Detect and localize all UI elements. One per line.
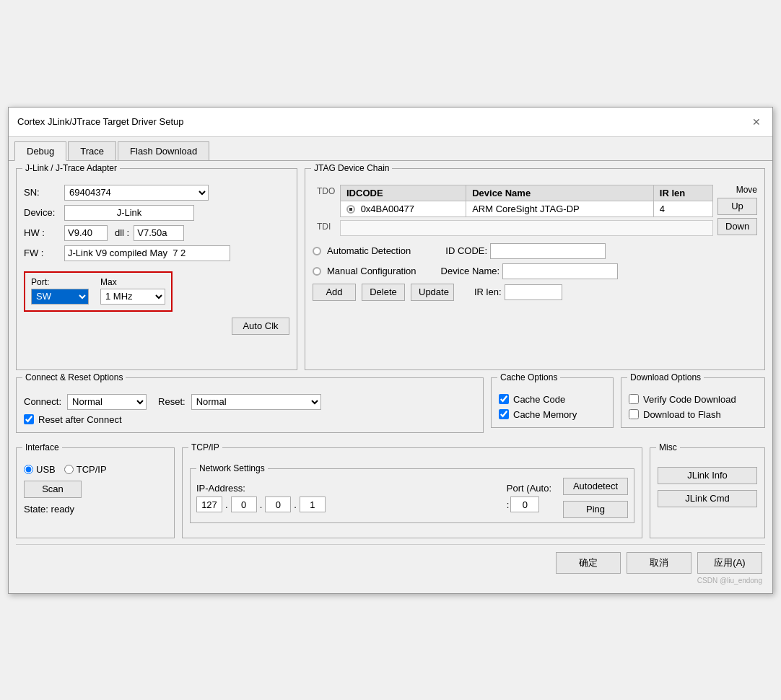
download-to-flash-checkbox[interactable] <box>629 409 639 419</box>
tab-trace[interactable]: Trace <box>68 141 116 160</box>
delete-button[interactable]: Delete <box>362 284 405 301</box>
ir-len-input[interactable] <box>505 284 562 300</box>
cache-options-inner: Cache Code Cache Memory <box>499 388 606 420</box>
update-button[interactable]: Update <box>411 284 454 301</box>
id-code-input[interactable] <box>490 243 606 259</box>
row-radio <box>346 205 355 214</box>
cache-memory-checkbox[interactable] <box>499 409 509 419</box>
jlink-adapter-panel: J-Link / J-Trace Adapter SN: 69404374 De… <box>16 168 297 377</box>
cancel-button[interactable]: 取消 <box>627 552 691 574</box>
titlebar: Cortex JLink/JTrace Target Driver Setup … <box>9 108 772 137</box>
reset-select[interactable]: Normal Hardware Software <box>191 394 321 410</box>
id-code-field: ID CODE: <box>445 243 606 259</box>
misc-label: Misc <box>656 442 680 452</box>
down-button[interactable]: Down <box>717 218 757 235</box>
jlink-adapter-inner: SN: 69404374 Device: HW : dll <box>24 179 289 335</box>
ping-button[interactable]: Ping <box>563 501 628 518</box>
ok-button[interactable]: 确定 <box>556 552 621 574</box>
dll-input[interactable] <box>134 225 184 241</box>
tab-debug[interactable]: Debug <box>14 141 66 161</box>
reset-after-connect-checkbox[interactable] <box>24 414 34 424</box>
jtag-group: JTAG Device Chain TDO IDCODE <box>305 168 765 370</box>
fw-row: FW : <box>24 245 289 261</box>
network-settings-box: Network Settings IP-Address: . <box>190 468 634 523</box>
move-label: Move <box>736 185 757 195</box>
cell-ir-len: 4 <box>653 201 712 216</box>
state-text: State: ready <box>24 504 167 515</box>
jlink-info-button[interactable]: JLink Info <box>658 467 757 484</box>
up-button[interactable]: Up <box>717 198 757 215</box>
port-max-container: Port: SW JTAG Max 1 MHz <box>24 268 289 335</box>
tab-flash-download[interactable]: Flash Download <box>118 141 209 160</box>
jlink-cmd-button[interactable]: JLink Cmd <box>658 490 757 507</box>
scan-button[interactable]: Scan <box>24 481 82 498</box>
tcpip-radio[interactable] <box>64 465 74 474</box>
auto-detect-label: Automatic Detection <box>327 245 411 256</box>
interface-radio-group: USB TCP/IP <box>24 464 167 475</box>
download-options-panel: Download Options Verify Code Download Do… <box>621 377 765 440</box>
port-select[interactable]: SW JTAG <box>31 289 89 305</box>
device-name-input[interactable] <box>502 263 618 279</box>
hw-label: HW : <box>24 227 60 238</box>
apply-button[interactable]: 应用(A) <box>697 552 762 574</box>
device-name-label: Device Name: <box>441 266 500 276</box>
port-input-row: : <box>507 496 551 512</box>
port-auto-label: Port (Auto: <box>507 483 551 494</box>
table-row[interactable]: 0x4BA00477 ARM CoreSight JTAG-DP 4 <box>341 201 713 216</box>
usb-radio[interactable] <box>24 465 33 474</box>
tcpip-group: TCP/IP Network Settings IP-Address: <box>182 447 642 538</box>
usb-radio-label[interactable]: USB <box>24 464 56 475</box>
manual-config-label: Manual Configuration <box>327 266 416 276</box>
ir-len-field: IR len: <box>474 284 562 300</box>
jtag-inner: TDO IDCODE Device Name IR len <box>313 179 757 301</box>
cache-memory-label[interactable]: Cache Memory <box>513 409 577 420</box>
jtag-panel: JTAG Device Chain TDO IDCODE <box>305 168 765 377</box>
close-button[interactable]: ✕ <box>749 113 764 131</box>
hw-row: HW : dll : <box>24 225 289 241</box>
window-title: Cortex JLink/JTrace Target Driver Setup <box>17 116 183 127</box>
ip-seg-4[interactable] <box>300 496 326 512</box>
download-options-group: Download Options Verify Code Download Do… <box>621 377 765 428</box>
sn-select[interactable]: 69404374 <box>64 185 209 201</box>
verify-code-row: Verify Code Download <box>629 394 757 405</box>
jtag-table: IDCODE Device Name IR len <box>340 185 713 217</box>
fw-label: FW : <box>24 248 60 258</box>
ip-seg-3[interactable] <box>265 496 291 512</box>
cache-code-row: Cache Code <box>499 394 606 405</box>
tdi-label: TDI <box>313 220 336 236</box>
tcpip-radio-label[interactable]: TCP/IP <box>64 464 107 475</box>
usb-label: USB <box>36 464 56 475</box>
fw-input[interactable] <box>64 245 230 261</box>
port-colon: : <box>507 499 510 510</box>
verify-code-checkbox[interactable] <box>629 394 639 404</box>
port-label: Port: <box>31 277 89 287</box>
auto-detection-radio[interactable]: Automatic Detection <box>313 245 411 256</box>
misc-inner: JLink Info JLink Cmd <box>658 461 757 507</box>
network-content: IP-Address: . . . <box>196 473 628 518</box>
reset-after-connect-label[interactable]: Reset after Connect <box>38 414 122 425</box>
cache-code-label[interactable]: Cache Code <box>513 394 565 405</box>
jlink-adapter-group: J-Link / J-Trace Adapter SN: 69404374 De… <box>16 168 297 370</box>
connect-select[interactable]: Normal Connect under Reset Reset after C… <box>67 394 147 410</box>
ip-seg-1[interactable] <box>196 496 222 512</box>
dll-label: dll : <box>115 227 129 238</box>
cache-options-panel: Cache Options Cache Code Cache Memory <box>491 377 614 440</box>
auto-clk-button[interactable]: Auto Clk <box>232 318 289 335</box>
tcpip-radio-label-text: TCP/IP <box>77 464 107 475</box>
add-button[interactable]: Add <box>313 284 356 301</box>
manual-config-radio[interactable]: Manual Configuration <box>313 266 416 276</box>
ip-seg-2[interactable] <box>231 496 257 512</box>
device-input[interactable] <box>64 205 194 221</box>
cache-code-checkbox[interactable] <box>499 394 509 404</box>
tcpip-inner: Network Settings IP-Address: . <box>190 458 634 523</box>
dot-1: . <box>225 499 228 510</box>
verify-code-label[interactable]: Verify Code Download <box>643 394 736 405</box>
port-input[interactable] <box>510 496 539 512</box>
max-select[interactable]: 1 MHz 2 MHz 5 MHz 10 MHz <box>100 289 165 305</box>
jtag-group-label: JTAG Device Chain <box>311 163 392 173</box>
jlink-adapter-label: J-Link / J-Trace Adapter <box>22 163 120 173</box>
hw-input[interactable] <box>64 225 108 241</box>
autodetect-button[interactable]: Autodetect <box>563 478 628 495</box>
download-to-flash-label[interactable]: Download to Flash <box>643 409 721 420</box>
tdi-row: TDI <box>313 220 713 236</box>
